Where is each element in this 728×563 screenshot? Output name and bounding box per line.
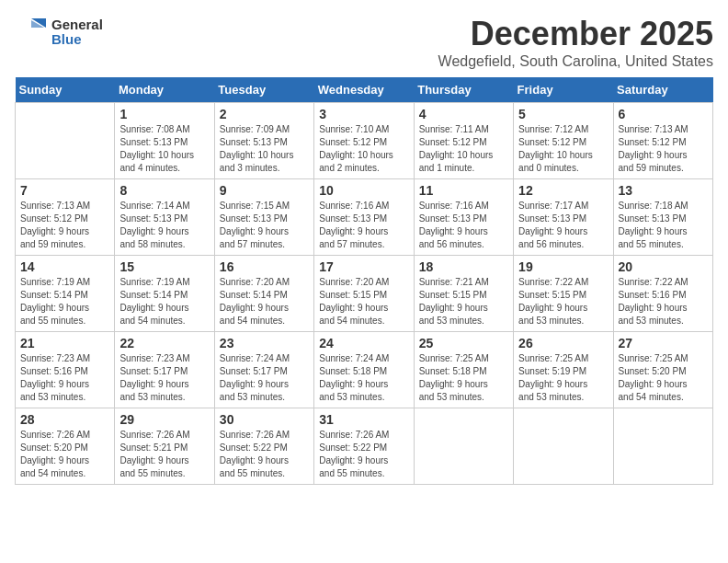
logo-graphic [15, 15, 50, 50]
calendar-cell: 13Sunrise: 7:18 AM Sunset: 5:13 PM Dayli… [613, 179, 712, 256]
calendar-cell: 27Sunrise: 7:25 AM Sunset: 5:20 PM Dayli… [613, 332, 712, 408]
calendar-week-row: 7Sunrise: 7:13 AM Sunset: 5:12 PM Daylig… [16, 179, 713, 256]
day-info: Sunrise: 7:25 AM Sunset: 5:18 PM Dayligh… [419, 352, 508, 404]
day-info: Sunrise: 7:24 AM Sunset: 5:18 PM Dayligh… [319, 352, 408, 404]
calendar-cell: 26Sunrise: 7:25 AM Sunset: 5:19 PM Dayli… [514, 332, 613, 408]
day-number: 9 [220, 183, 309, 198]
header-day: Tuesday [214, 77, 313, 103]
calendar-cell: 8Sunrise: 7:14 AM Sunset: 5:13 PM Daylig… [115, 179, 214, 256]
calendar-cell: 20Sunrise: 7:22 AM Sunset: 5:16 PM Dayli… [613, 256, 712, 332]
day-info: Sunrise: 7:25 AM Sunset: 5:19 PM Dayligh… [518, 352, 608, 404]
day-info: Sunrise: 7:22 AM Sunset: 5:16 PM Dayligh… [619, 276, 708, 327]
day-number: 3 [319, 107, 408, 121]
day-number: 22 [119, 336, 209, 350]
calendar-cell: 9Sunrise: 7:15 AM Sunset: 5:13 PM Daylig… [214, 179, 313, 256]
day-info: Sunrise: 7:19 AM Sunset: 5:14 PM Dayligh… [119, 276, 209, 327]
title-area: December 2025 Wedgefield, South Carolina… [438, 15, 713, 70]
day-info: Sunrise: 7:20 AM Sunset: 5:15 PM Dayligh… [319, 276, 408, 327]
day-number: 29 [119, 412, 209, 427]
logo: General Blue [15, 15, 103, 50]
day-info: Sunrise: 7:15 AM Sunset: 5:13 PM Dayligh… [220, 200, 309, 251]
logo-line2: Blue [51, 32, 103, 48]
day-info: Sunrise: 7:08 AM Sunset: 5:13 PM Dayligh… [119, 123, 209, 175]
day-number: 5 [518, 107, 608, 121]
calendar-week-row: 1Sunrise: 7:08 AM Sunset: 5:13 PM Daylig… [16, 103, 713, 179]
day-number: 21 [20, 336, 109, 350]
calendar-table: SundayMondayTuesdayWednesdayThursdayFrid… [15, 77, 713, 485]
day-info: Sunrise: 7:12 AM Sunset: 5:12 PM Dayligh… [518, 123, 608, 175]
day-info: Sunrise: 7:23 AM Sunset: 5:16 PM Dayligh… [20, 352, 109, 404]
day-info: Sunrise: 7:18 AM Sunset: 5:13 PM Dayligh… [619, 200, 708, 251]
day-info: Sunrise: 7:23 AM Sunset: 5:17 PM Dayligh… [119, 352, 209, 404]
day-info: Sunrise: 7:26 AM Sunset: 5:20 PM Dayligh… [20, 429, 109, 480]
calendar-cell: 3Sunrise: 7:10 AM Sunset: 5:12 PM Daylig… [314, 103, 414, 179]
header-day: Monday [115, 77, 214, 103]
calendar-title: December 2025 [438, 15, 713, 53]
calendar-cell: 4Sunrise: 7:11 AM Sunset: 5:12 PM Daylig… [414, 103, 513, 179]
calendar-cell [414, 408, 513, 485]
calendar-week-row: 28Sunrise: 7:26 AM Sunset: 5:20 PM Dayli… [16, 408, 713, 485]
calendar-cell: 6Sunrise: 7:13 AM Sunset: 5:12 PM Daylig… [613, 103, 712, 179]
day-info: Sunrise: 7:26 AM Sunset: 5:21 PM Dayligh… [119, 429, 209, 480]
day-number: 1 [119, 107, 209, 121]
day-number: 31 [319, 412, 408, 427]
day-number: 24 [319, 336, 408, 350]
day-number: 27 [619, 336, 708, 350]
day-number: 4 [419, 107, 508, 121]
day-info: Sunrise: 7:16 AM Sunset: 5:13 PM Dayligh… [419, 200, 508, 251]
calendar-cell: 22Sunrise: 7:23 AM Sunset: 5:17 PM Dayli… [115, 332, 214, 408]
day-number: 2 [220, 107, 309, 121]
logo-line1: General [51, 17, 103, 33]
day-number: 13 [619, 183, 708, 198]
calendar-cell: 23Sunrise: 7:24 AM Sunset: 5:17 PM Dayli… [214, 332, 313, 408]
calendar-cell: 16Sunrise: 7:20 AM Sunset: 5:14 PM Dayli… [214, 256, 313, 332]
day-number: 6 [619, 107, 708, 121]
header-day: Thursday [414, 77, 513, 103]
day-info: Sunrise: 7:09 AM Sunset: 5:13 PM Dayligh… [220, 123, 309, 175]
day-number: 12 [518, 183, 608, 198]
day-number: 23 [220, 336, 309, 350]
day-number: 14 [20, 259, 109, 274]
day-number: 20 [619, 259, 708, 274]
day-info: Sunrise: 7:11 AM Sunset: 5:12 PM Dayligh… [419, 123, 508, 175]
calendar-cell: 2Sunrise: 7:09 AM Sunset: 5:13 PM Daylig… [214, 103, 313, 179]
calendar-cell: 11Sunrise: 7:16 AM Sunset: 5:13 PM Dayli… [414, 179, 513, 256]
day-number: 28 [20, 412, 109, 427]
calendar-cell: 24Sunrise: 7:24 AM Sunset: 5:18 PM Dayli… [314, 332, 414, 408]
day-info: Sunrise: 7:24 AM Sunset: 5:17 PM Dayligh… [220, 352, 309, 404]
calendar-cell: 15Sunrise: 7:19 AM Sunset: 5:14 PM Dayli… [115, 256, 214, 332]
logo-container: General Blue [15, 15, 103, 50]
day-number: 10 [319, 183, 408, 198]
day-number: 11 [419, 183, 508, 198]
day-info: Sunrise: 7:26 AM Sunset: 5:22 PM Dayligh… [220, 429, 309, 480]
calendar-header: SundayMondayTuesdayWednesdayThursdayFrid… [16, 77, 713, 103]
calendar-cell: 1Sunrise: 7:08 AM Sunset: 5:13 PM Daylig… [115, 103, 214, 179]
day-info: Sunrise: 7:17 AM Sunset: 5:13 PM Dayligh… [518, 200, 608, 251]
header-day: Wednesday [314, 77, 414, 103]
calendar-cell: 12Sunrise: 7:17 AM Sunset: 5:13 PM Dayli… [514, 179, 613, 256]
calendar-cell: 17Sunrise: 7:20 AM Sunset: 5:15 PM Dayli… [314, 256, 414, 332]
day-info: Sunrise: 7:22 AM Sunset: 5:15 PM Dayligh… [518, 276, 608, 327]
day-number: 25 [419, 336, 508, 350]
calendar-cell: 25Sunrise: 7:25 AM Sunset: 5:18 PM Dayli… [414, 332, 513, 408]
day-number: 15 [119, 259, 209, 274]
calendar-cell: 29Sunrise: 7:26 AM Sunset: 5:21 PM Dayli… [115, 408, 214, 485]
calendar-cell: 14Sunrise: 7:19 AM Sunset: 5:14 PM Dayli… [16, 256, 115, 332]
calendar-week-row: 14Sunrise: 7:19 AM Sunset: 5:14 PM Dayli… [16, 256, 713, 332]
day-number: 8 [119, 183, 209, 198]
day-number: 17 [319, 259, 408, 274]
day-info: Sunrise: 7:13 AM Sunset: 5:12 PM Dayligh… [619, 123, 708, 175]
header-day: Friday [514, 77, 613, 103]
calendar-cell: 10Sunrise: 7:16 AM Sunset: 5:13 PM Dayli… [314, 179, 414, 256]
calendar-subtitle: Wedgefield, South Carolina, United State… [438, 53, 713, 70]
day-number: 30 [220, 412, 309, 427]
header-row: SundayMondayTuesdayWednesdayThursdayFrid… [16, 77, 713, 103]
header-day: Saturday [613, 77, 712, 103]
calendar-cell: 18Sunrise: 7:21 AM Sunset: 5:15 PM Dayli… [414, 256, 513, 332]
day-number: 18 [419, 259, 508, 274]
calendar-week-row: 21Sunrise: 7:23 AM Sunset: 5:16 PM Dayli… [16, 332, 713, 408]
day-number: 19 [518, 259, 608, 274]
day-number: 26 [518, 336, 608, 350]
page-header: General Blue December 2025 Wedgefield, S… [15, 15, 713, 70]
day-info: Sunrise: 7:26 AM Sunset: 5:22 PM Dayligh… [319, 429, 408, 480]
